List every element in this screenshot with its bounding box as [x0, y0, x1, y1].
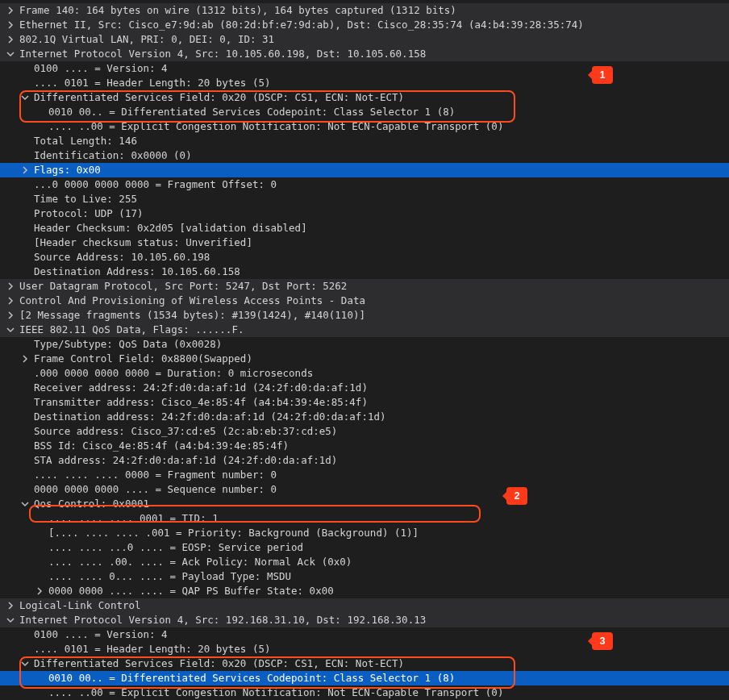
row-text: Header Checksum: 0x2d05 [validation disa… [34, 221, 307, 235]
tree-row[interactable]: Total Length: 146 [0, 134, 729, 148]
row-text: Type/Subtype: QoS Data (0x0028) [34, 337, 222, 352]
tree-row[interactable]: [2 Message fragments (1534 bytes): #139(… [0, 308, 729, 323]
tree-row[interactable]: .... 0101 = Header Length: 20 bytes (5) [0, 76, 729, 90]
chevron-right-icon[interactable] [5, 281, 16, 292]
tree-row[interactable]: STA address: 24:2f:d0:da:af:1d (24:2f:d0… [0, 453, 729, 468]
tree-row[interactable]: Frame 140: 164 bytes on wire (1312 bits)… [0, 3, 729, 18]
tree-row[interactable]: 0000 0000 0000 .... = Sequence number: 0 [0, 482, 729, 497]
tree-row[interactable]: Ethernet II, Src: Cisco_e7:9d:ab (80:2d:… [0, 18, 729, 32]
packet-details-panel[interactable]: Frame 140: 164 bytes on wire (1312 bits)… [0, 3, 729, 700]
row-text: .... .... 0... .... = Payload Type: MSDU [48, 569, 291, 584]
row-text: [2 Message fragments (1534 bytes): #139(… [19, 308, 365, 323]
chevron-down-icon[interactable] [19, 92, 31, 103]
row-text: Flags: 0x00 [34, 163, 101, 177]
row-text: .... ..00 = Explicit Congestion Notifica… [48, 685, 503, 700]
row-text: 802.1Q Virtual LAN, PRI: 0, DEI: 0, ID: … [19, 32, 274, 47]
tree-row[interactable]: .... ..00 = Explicit Congestion Notifica… [0, 685, 729, 700]
row-text: .... .... ...0 .... = EOSP: Service peri… [48, 540, 303, 555]
chevron-down-icon[interactable] [5, 615, 16, 626]
chevron-right-icon[interactable] [5, 5, 16, 16]
row-text: [.... .... .... .001 = Priority: Backgro… [48, 526, 419, 540]
chevron-right-icon[interactable] [5, 600, 16, 611]
chevron-right-icon[interactable] [5, 19, 16, 31]
row-text: Differentiated Services Field: 0x20 (DSC… [34, 90, 404, 105]
tree-row[interactable]: Identification: 0x0000 (0) [0, 148, 729, 163]
tree-row[interactable]: Source Address: 10.105.60.198 [0, 250, 729, 265]
chevron-down-icon[interactable] [5, 324, 16, 335]
tree-row[interactable]: Flags: 0x00 [0, 163, 729, 177]
tree-row[interactable]: .... .... .... 0000 = Fragment number: 0 [0, 468, 729, 482]
row-text: Transmitter address: Cisco_4e:85:4f (a4:… [34, 395, 368, 410]
chevron-right-icon[interactable] [19, 353, 31, 365]
row-text: Total Length: 146 [34, 134, 137, 148]
tree-row[interactable]: Destination Address: 10.105.60.158 [0, 265, 729, 279]
tree-row[interactable]: Differentiated Services Field: 0x20 (DSC… [0, 90, 729, 105]
tree-row[interactable]: IEEE 802.11 QoS Data, Flags: ......F. [0, 323, 729, 337]
tree-row[interactable]: 0010 00.. = Differentiated Services Code… [0, 105, 729, 119]
tree-row[interactable]: 0000 0000 .... .... = QAP PS Buffer Stat… [0, 584, 729, 598]
row-text: .... .... .00. .... = Ack Policy: Normal… [48, 555, 352, 569]
tree-row[interactable]: Differentiated Services Field: 0x20 (DSC… [0, 656, 729, 671]
chevron-down-icon[interactable] [19, 498, 31, 510]
tree-row[interactable]: BSS Id: Cisco_4e:85:4f (a4:b4:39:4e:85:4… [0, 439, 729, 453]
tree-row[interactable]: 0100 .... = Version: 4 [0, 627, 729, 642]
row-text: Differentiated Services Field: 0x20 (DSC… [34, 656, 404, 671]
tree-row[interactable]: Receiver address: 24:2f:d0:da:af:1d (24:… [0, 381, 729, 395]
row-text: IEEE 802.11 QoS Data, Flags: ......F. [19, 323, 244, 337]
row-text: .000 0000 0000 0000 = Duration: 0 micros… [34, 366, 313, 381]
row-text: Qos Control: 0x0001 [34, 497, 149, 511]
row-text: Source Address: 10.105.60.198 [34, 250, 210, 265]
tree-row[interactable]: ...0 0000 0000 0000 = Fragment Offset: 0 [0, 177, 729, 192]
tree-row[interactable]: Qos Control: 0x0001 [0, 497, 729, 511]
tree-row[interactable]: Logical-Link Control [0, 598, 729, 613]
row-text: Ethernet II, Src: Cisco_e7:9d:ab (80:2d:… [19, 18, 584, 32]
chevron-right-icon[interactable] [19, 165, 31, 176]
chevron-right-icon[interactable] [34, 585, 45, 597]
row-text: [Header checksum status: Unverified] [34, 235, 252, 250]
tree-row[interactable]: Frame Control Field: 0x8800(Swapped) [0, 352, 729, 366]
tree-row[interactable]: 802.1Q Virtual LAN, PRI: 0, DEI: 0, ID: … [0, 32, 729, 47]
tree-row[interactable]: .... .... .... 0001 = TID: 1 [0, 511, 729, 526]
row-text: Frame 140: 164 bytes on wire (1312 bits)… [19, 3, 456, 18]
tree-row[interactable]: .... ..00 = Explicit Congestion Notifica… [0, 119, 729, 134]
row-text: Control And Provisioning of Wireless Acc… [19, 294, 365, 308]
tree-row[interactable]: Type/Subtype: QoS Data (0x0028) [0, 337, 729, 352]
tree-row[interactable]: Source address: Cisco_37:cd:e5 (2c:ab:eb… [0, 424, 729, 439]
chevron-down-icon[interactable] [19, 658, 31, 669]
row-text: Logical-Link Control [19, 598, 141, 613]
tree-row[interactable]: 0010 00.. = Differentiated Services Code… [0, 671, 729, 685]
row-text: .... .... .... 0001 = TID: 1 [48, 511, 219, 526]
tree-row[interactable]: .... .... ...0 .... = EOSP: Service peri… [0, 540, 729, 555]
row-text: Receiver address: 24:2f:d0:da:af:1d (24:… [34, 381, 368, 395]
chevron-right-icon[interactable] [5, 34, 16, 45]
row-text: .... .... .... 0000 = Fragment number: 0 [34, 468, 277, 482]
row-text: Destination Address: 10.105.60.158 [34, 265, 240, 279]
row-text: 0000 0000 0000 .... = Sequence number: 0 [34, 482, 277, 497]
tree-row[interactable]: Control And Provisioning of Wireless Acc… [0, 294, 729, 308]
tree-row[interactable]: Internet Protocol Version 4, Src: 10.105… [0, 47, 729, 61]
row-text: Internet Protocol Version 4, Src: 10.105… [19, 47, 426, 61]
tree-row[interactable]: .000 0000 0000 0000 = Duration: 0 micros… [0, 366, 729, 381]
row-text: .... 0101 = Header Length: 20 bytes (5) [34, 76, 271, 90]
tree-row[interactable]: Transmitter address: Cisco_4e:85:4f (a4:… [0, 395, 729, 410]
tree-row[interactable]: 0100 .... = Version: 4 [0, 61, 729, 76]
tree-row[interactable]: .... 0101 = Header Length: 20 bytes (5) [0, 642, 729, 656]
row-text: Destination address: 24:2f:d0:da:af:1d (… [34, 410, 386, 424]
chevron-down-icon[interactable] [5, 48, 16, 60]
chevron-right-icon[interactable] [5, 295, 16, 306]
row-text: ...0 0000 0000 0000 = Fragment Offset: 0 [34, 177, 277, 192]
tree-row[interactable]: .... .... .00. .... = Ack Policy: Normal… [0, 555, 729, 569]
row-text: Source address: Cisco_37:cd:e5 (2c:ab:eb… [34, 424, 337, 439]
row-text: .... ..00 = Explicit Congestion Notifica… [48, 119, 503, 134]
tree-row[interactable]: Header Checksum: 0x2d05 [validation disa… [0, 221, 729, 235]
tree-row[interactable]: Protocol: UDP (17) [0, 206, 729, 221]
tree-row[interactable]: [.... .... .... .001 = Priority: Backgro… [0, 526, 729, 540]
tree-row[interactable]: User Datagram Protocol, Src Port: 5247, … [0, 279, 729, 294]
tree-row[interactable]: Time to Live: 255 [0, 192, 729, 206]
tree-row[interactable]: Internet Protocol Version 4, Src: 192.16… [0, 613, 729, 627]
row-text: 0100 .... = Version: 4 [34, 61, 168, 76]
tree-row[interactable]: [Header checksum status: Unverified] [0, 235, 729, 250]
tree-row[interactable]: Destination address: 24:2f:d0:da:af:1d (… [0, 410, 729, 424]
chevron-right-icon[interactable] [5, 310, 16, 321]
tree-row[interactable]: .... .... 0... .... = Payload Type: MSDU [0, 569, 729, 584]
